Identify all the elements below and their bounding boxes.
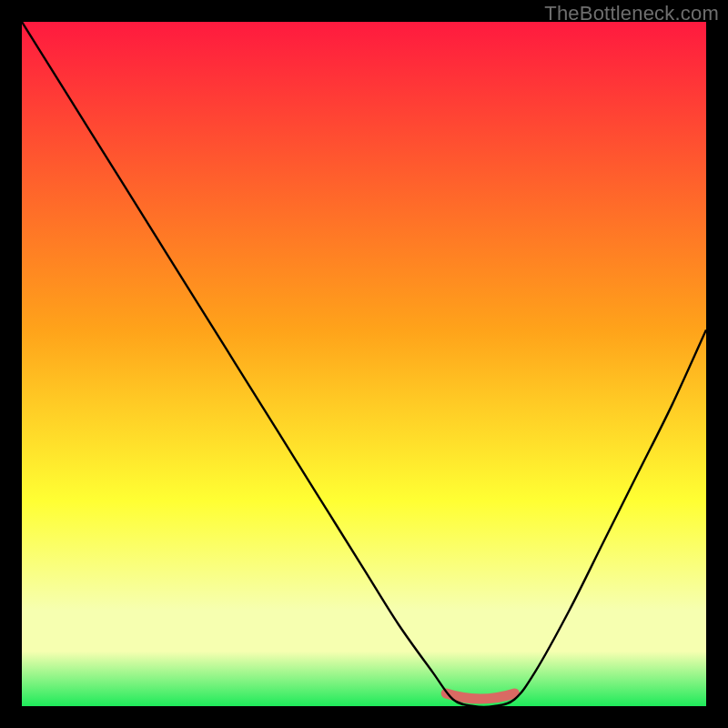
plot-area bbox=[22, 22, 706, 706]
curve-layer bbox=[22, 22, 706, 706]
bottleneck-curve bbox=[22, 22, 706, 706]
chart-frame: TheBottleneck.com bbox=[0, 0, 728, 728]
optimal-range-marker bbox=[446, 693, 514, 699]
watermark-text: TheBottleneck.com bbox=[544, 2, 719, 25]
